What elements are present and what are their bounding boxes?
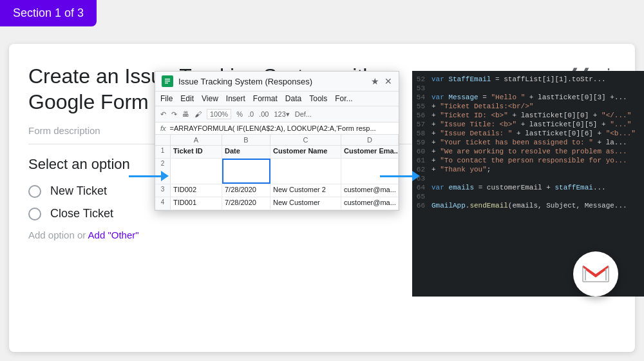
section-badge: Section 1 of 3 — [0, 0, 97, 26]
cell-b2[interactable] — [222, 159, 270, 184]
ss-star-icon[interactable]: ★ — [371, 76, 379, 86]
new-ticket-radio[interactable] — [28, 185, 41, 198]
code-line: 62 + "Thank you"; — [412, 165, 644, 174]
row-num: 3 — [155, 184, 171, 197]
cell-d4[interactable]: customer@ma... — [341, 197, 399, 210]
cell-a3[interactable]: TID002 — [171, 184, 222, 197]
sheets-icon — [162, 75, 173, 87]
ss-toolbar: ↶ ↷ 🖶 🖌 100% % .0 .00 123▾ Def... — [155, 106, 399, 122]
code-line: 60 + "We are working to resolve the prob… — [412, 147, 644, 156]
col-header-b[interactable]: B — [222, 135, 270, 145]
col-header-d[interactable]: D — [341, 135, 399, 145]
svg-rect-2 — [165, 81, 170, 82]
cell-b1[interactable]: Date — [222, 146, 270, 158]
cell-a1[interactable]: Ticket ID — [171, 146, 222, 158]
col-header-c[interactable]: C — [270, 135, 341, 145]
code-line: 63 — [412, 174, 644, 183]
svg-rect-1 — [165, 79, 170, 80]
add-option-text: Add option — [28, 229, 75, 240]
table-row: 3 TID002 7/28/2020 New Customer 2 custom… — [155, 184, 399, 197]
redo-icon[interactable]: ↷ — [171, 110, 177, 119]
menu-format[interactable]: Format — [253, 93, 278, 104]
formula-text: =ARRAYFORMULA( IF(LEN(A$2:A), LOOKUP(A2:… — [170, 124, 376, 132]
new-ticket-label: New Ticket — [50, 184, 107, 198]
menu-edit[interactable]: Edit — [180, 93, 194, 104]
cell-a2[interactable] — [171, 159, 222, 184]
spreadsheet-window: Issue Tracking System (Responses) ★ ✕ Fi… — [155, 71, 399, 211]
code-line: 57 + "Issue Title: <b>" + lastTicket[0][… — [412, 120, 644, 129]
add-other-link[interactable]: Add "Other" — [88, 229, 139, 240]
paint-icon[interactable]: 🖌 — [194, 110, 202, 118]
cell-c4[interactable]: New Customer — [270, 197, 341, 210]
ss-formula-bar: fx =ARRAYFORMULA( IF(LEN(A$2:A), LOOKUP(… — [155, 122, 399, 135]
cell-a4[interactable]: TID001 — [171, 197, 222, 210]
code-line: 55 + "Ticket Details:<br/>" — [412, 102, 644, 111]
code-line: 54 var Message = "Hello " + lastTicket[0… — [412, 93, 644, 102]
col-header-a[interactable]: A — [171, 135, 222, 145]
gmail-logo — [573, 251, 618, 297]
undo-icon[interactable]: ↶ — [160, 110, 166, 119]
ss-title-icons: ★ ✕ — [371, 76, 392, 86]
cell-d3[interactable]: customer@ma... — [341, 184, 399, 197]
close-ticket-radio[interactable] — [28, 208, 41, 220]
row-num: 1 — [155, 146, 171, 158]
fx-label: fx — [160, 124, 166, 132]
menu-view[interactable]: View — [202, 93, 218, 104]
code-line: 64 var emails = customerEmail + staffEma… — [412, 183, 644, 192]
table-row: 1 Ticket ID Date Customer Name Customer … — [155, 146, 399, 159]
code-line: 61 + "To contact the person responsible … — [412, 156, 644, 165]
format-123[interactable]: 123▾ — [274, 110, 289, 119]
table-row: 2 — [155, 159, 399, 184]
menu-file[interactable]: File — [160, 93, 173, 104]
print-icon[interactable]: 🖶 — [182, 110, 189, 118]
code-line: 58 + "Issue Details: " + lastTicket[0][6… — [412, 129, 644, 138]
percent-icon: % — [236, 110, 243, 118]
or-text: or — [77, 229, 88, 240]
decimal-left[interactable]: .0 — [248, 110, 254, 118]
menu-more[interactable]: For... — [335, 93, 352, 104]
close-ticket-label: Close Ticket — [50, 207, 113, 220]
code-line: 66 GmailApp.sendEmail(emails, Subject, M… — [412, 201, 644, 210]
ss-grid-header: A B C D — [155, 135, 399, 146]
menu-insert[interactable]: Insert — [226, 93, 245, 104]
arrow-2 — [380, 171, 420, 181]
code-line: 52 var StaffEmail = staffList[i][1].toSt… — [412, 75, 644, 84]
ss-titlebar: Issue Tracking System (Responses) ★ ✕ — [155, 72, 399, 92]
code-line: 59 + "Your ticket has been assigned to: … — [412, 138, 644, 147]
menu-data[interactable]: Data — [285, 93, 301, 104]
ss-menubar: File Edit View Insert Format Data Tools … — [155, 92, 399, 106]
cell-b3[interactable]: 7/28/2020 — [222, 184, 270, 197]
cell-c2[interactable] — [270, 159, 341, 184]
table-row: 4 TID001 7/28/2020 New Customer customer… — [155, 197, 399, 210]
cell-b4[interactable]: 7/28/2020 — [222, 197, 270, 210]
gmail-icon — [573, 251, 618, 297]
ss-close-icon[interactable]: ✕ — [384, 76, 392, 86]
menu-tools[interactable]: Tools — [309, 93, 327, 104]
cell-d1[interactable]: Customer Ema... — [341, 146, 399, 158]
row-num-header — [155, 135, 171, 145]
row-num: 4 — [155, 197, 171, 210]
code-line: 65 — [412, 192, 644, 201]
cell-c1[interactable]: Customer Name — [270, 146, 341, 158]
svg-rect-3 — [165, 83, 168, 84]
code-line: 53 — [412, 84, 644, 93]
zoom-control[interactable]: 100% — [207, 109, 231, 119]
decimal-right[interactable]: .00 — [259, 110, 269, 118]
ss-title: Issue Tracking System (Responses) — [178, 77, 366, 86]
default-text: Def... — [295, 110, 312, 118]
code-line: 56 + "Ticket ID: <b>" + lastTicket[0][0]… — [412, 111, 644, 120]
cell-c3[interactable]: New Customer 2 — [270, 184, 341, 197]
arrow-1 — [129, 171, 169, 181]
